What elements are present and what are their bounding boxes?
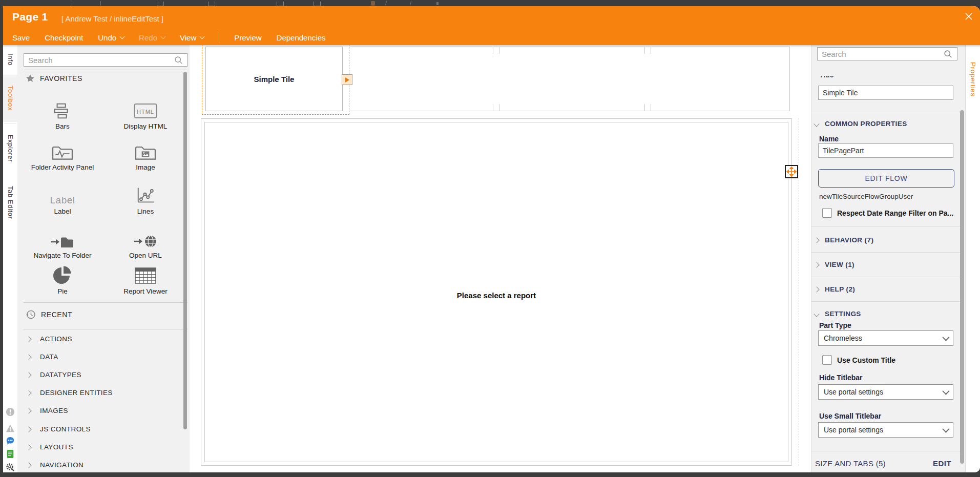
error-circle-icon[interactable]: [6, 407, 15, 417]
move-handle[interactable]: [785, 165, 798, 178]
toolbox-item-image[interactable]: Image: [105, 137, 186, 171]
gear-wrench-icon[interactable]: [6, 463, 15, 472]
save-button[interactable]: Save: [12, 33, 30, 42]
chevron-down-icon: [942, 426, 949, 433]
behavior-section-header[interactable]: BEHAVIOR (7): [815, 236, 873, 244]
chevron-right-icon: [26, 426, 31, 432]
chevron-right-icon: [814, 262, 819, 267]
tile-row-right-border: [789, 47, 790, 111]
toolbox-section-designer-entities[interactable]: DESIGNER ENTITIES: [27, 389, 113, 397]
chevron-right-icon: [26, 336, 31, 342]
part-type-select[interactable]: Chromeless: [818, 330, 953, 346]
properties-scrollbar[interactable]: [960, 110, 964, 464]
tab-tab-editor[interactable]: Tab Editor: [3, 175, 17, 230]
tab-properties[interactable]: Properties: [966, 51, 980, 108]
toolbox-item-folder-activity-panel[interactable]: Folder Activity Panel: [22, 137, 103, 171]
open-url-globe-icon: [105, 225, 186, 249]
toolbox-item-report-viewer[interactable]: Report Viewer: [105, 261, 186, 295]
settings-section-header[interactable]: SETTINGS: [815, 310, 861, 318]
tile-row-top-border: [349, 47, 789, 47]
edit-flow-button[interactable]: EDIT FLOW: [818, 169, 954, 188]
toolbox-section-navigation[interactable]: NAVIGATION: [27, 461, 84, 469]
toolbox-item-open-url[interactable]: Open URL: [105, 225, 186, 259]
move-arrows-icon: [786, 167, 797, 177]
toolbox-item-navigate-to-folder[interactable]: Navigate To Folder: [22, 225, 103, 259]
separator: [811, 252, 961, 253]
dependencies-button[interactable]: Dependencies: [277, 33, 326, 42]
chevron-down-icon: [200, 34, 205, 39]
help-section-header[interactable]: HELP (2): [815, 285, 855, 293]
chevron-down-icon: [814, 311, 819, 317]
common-properties-header[interactable]: COMMON PROPERTIES: [815, 120, 907, 128]
folder-activity-icon: [22, 137, 103, 161]
tile-actions-handle[interactable]: [342, 74, 352, 85]
close-icon[interactable]: [965, 12, 973, 20]
view-section-header[interactable]: VIEW (1): [815, 261, 854, 268]
toolbox-scrollbar[interactable]: [183, 72, 187, 429]
toolbox-item-label[interactable]: Label Label: [22, 181, 103, 215]
designer-window: / / Page 1 [ Andrew Test / inlineEditTes…: [0, 0, 980, 477]
name-value-input[interactable]: [818, 143, 953, 158]
pie-chart-icon: [22, 261, 103, 285]
toolbox-section-actions[interactable]: ACTIONS: [27, 335, 72, 343]
hide-titlebar-select[interactable]: Use portal settings: [818, 384, 953, 400]
preview-button[interactable]: Preview: [234, 33, 261, 42]
page-header: Page 1 [ Andrew Test / inlineEditTest ] …: [3, 6, 980, 45]
navigate-folder-icon: [22, 225, 103, 249]
checkpoint-button[interactable]: Checkpoint: [45, 33, 83, 42]
separator: [24, 302, 187, 303]
label-icon: Label: [22, 181, 103, 205]
chevron-down-icon: [942, 334, 949, 341]
image-icon: [105, 137, 186, 161]
toolbox-section-data[interactable]: DATA: [27, 353, 58, 361]
tile-row-bottom-border: [349, 111, 789, 111]
use-custom-title-checkbox[interactable]: [822, 355, 832, 365]
separator: [811, 301, 961, 302]
lines-chart-icon: [105, 181, 186, 205]
toolbox-section-js-controls[interactable]: JS CONTROLS: [27, 425, 91, 433]
chat-bubble-icon[interactable]: [6, 436, 15, 445]
toolbox-section-images[interactable]: IMAGES: [27, 407, 68, 414]
name-label: Name: [819, 135, 839, 143]
undo-menu[interactable]: Undo: [98, 33, 124, 42]
tab-toolbox[interactable]: Toolbox: [3, 75, 17, 122]
toolbox-item-lines[interactable]: Lines: [105, 181, 186, 215]
flow-name-text: newTileSourceFlowGroupUser: [819, 193, 913, 200]
chevron-down-icon: [814, 121, 819, 127]
toolbox-section-datatypes[interactable]: DATATYPES: [27, 371, 81, 379]
document-icon[interactable]: [6, 449, 15, 459]
respect-date-range-checkbox[interactable]: [822, 208, 832, 218]
favorites-header[interactable]: FAVORITES: [26, 74, 82, 83]
properties-search-input[interactable]: [817, 47, 957, 60]
warning-triangle-icon[interactable]: [6, 424, 15, 433]
toolbox-panel: FAVORITES Bars HTML Display HTML: [17, 45, 190, 472]
toolbox-item-pie[interactable]: Pie: [22, 261, 103, 295]
toolbox-section-layouts[interactable]: LAYOUTS: [27, 443, 73, 451]
recent-header[interactable]: RECENT: [26, 309, 72, 320]
size-and-tabs-edit-link[interactable]: EDIT: [933, 459, 951, 468]
chevron-right-icon: [26, 372, 31, 378]
use-custom-title-label: Use Custom Title: [837, 356, 895, 364]
title-value-input[interactable]: [818, 86, 953, 100]
selected-tile[interactable]: Simple Tile: [205, 47, 343, 111]
redo-menu[interactable]: Redo: [139, 33, 165, 42]
tile-corner-mark: [493, 104, 493, 111]
use-small-titlebar-select[interactable]: Use portal settings: [818, 422, 953, 438]
tab-explorer[interactable]: Explorer: [3, 124, 17, 173]
properties-tab-strip: Properties: [965, 45, 980, 472]
chevron-right-icon: [26, 408, 31, 413]
toolbox-item-display-html[interactable]: HTML Display HTML: [105, 96, 186, 130]
view-menu[interactable]: View: [180, 33, 204, 42]
tile-corner-mark: [644, 47, 645, 54]
chevron-right-icon: [26, 444, 31, 450]
tile-title: Simple Tile: [254, 75, 295, 84]
report-placeholder-text: Please select a report: [204, 291, 788, 300]
tab-separator: [4, 74, 16, 74]
tab-info[interactable]: Info: [3, 46, 17, 73]
toolbox-item-bars[interactable]: Bars: [22, 96, 103, 130]
header-menu: Save Checkpoint Undo Redo View Preview D…: [12, 32, 325, 43]
chevron-right-icon: [26, 390, 31, 396]
chevron-right-icon: [26, 462, 31, 468]
tile-corner-mark: [651, 104, 651, 111]
toolbox-search-input[interactable]: [24, 53, 187, 67]
